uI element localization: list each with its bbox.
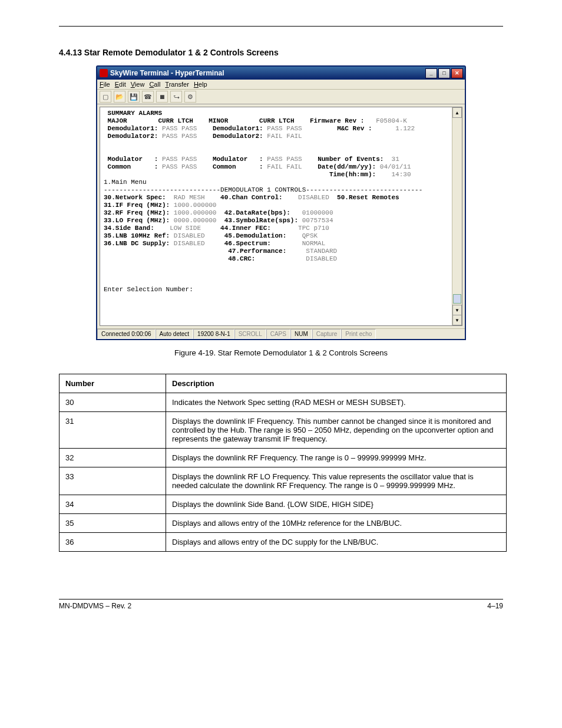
menu-edit[interactable]: Edit	[115, 81, 126, 88]
menu-bar: File Edit View Call Transfer Help	[97, 80, 465, 90]
app-icon	[100, 69, 108, 77]
terminal-text: SUMMARY ALARMS MAJOR CURR LTCH MINOR CUR…	[100, 107, 462, 296]
cell-description: Displays the downlink Side Band. {LOW SI…	[166, 495, 507, 514]
col-number: Number	[59, 374, 166, 393]
toolbar: ▢ 📂 💾 ☎ ⏹ ⮑ ⚙	[97, 90, 465, 104]
menu-call[interactable]: Call	[149, 81, 160, 88]
cell-number: 33	[59, 467, 166, 495]
scroll-down-icon[interactable]: ▼	[452, 305, 462, 315]
table-row: 31Displays the downlink IF Frequency. Th…	[59, 412, 507, 449]
cell-description: Displays the downlink RF Frequency. The …	[166, 449, 507, 467]
col-description: Description	[166, 374, 507, 393]
section-heading: 4.4.13 Star Remote Demodulator 1 & 2 Con…	[59, 48, 503, 57]
cell-number: 31	[59, 412, 166, 449]
figure-caption: Figure 4-19. Star Remote Demodulator 1 &…	[59, 348, 503, 357]
toolbar-open-icon[interactable]: 📂	[114, 91, 125, 103]
table-row: 35Displays and allows entry of the 10MHz…	[59, 514, 507, 533]
cell-description: Displays and allows entry of the 10MHz r…	[166, 514, 507, 533]
scrollbar[interactable]: ▲ ▼ ▼	[452, 107, 462, 325]
footer-left: MN-DMDVMS – Rev. 2	[59, 602, 131, 610]
scroll-up-icon[interactable]: ▲	[452, 107, 462, 118]
minimize-button[interactable]: _	[425, 68, 437, 78]
table-row: 34Displays the downlink Side Band. {LOW …	[59, 495, 507, 514]
toolbar-props-icon[interactable]: ⚙	[184, 91, 196, 103]
status-detect: Auto detect	[156, 329, 194, 339]
titlebar: SkyWire Terminal - HyperTerminal _ □ ✕	[97, 67, 465, 80]
table-row: 30Indicates the Network Spec setting (RA…	[59, 393, 507, 412]
window-title: SkyWire Terminal - HyperTerminal	[110, 69, 224, 77]
cell-description: Displays the downlink IF Frequency. This…	[166, 412, 507, 449]
page-footer: MN-DMDVMS – Rev. 2 4–19	[59, 599, 503, 610]
cell-number: 35	[59, 514, 166, 533]
menu-file[interactable]: File	[100, 81, 110, 88]
scroll-thumb[interactable]	[453, 294, 461, 304]
cell-description: Displays the downlink RF LO Frequency. T…	[166, 467, 507, 495]
toolbar-new-icon[interactable]: ▢	[100, 91, 111, 103]
status-capture: Capture	[312, 329, 342, 339]
hyperterminal-window: SkyWire Terminal - HyperTerminal _ □ ✕ F…	[96, 65, 466, 340]
cell-number: 30	[59, 393, 166, 412]
menu-view[interactable]: View	[131, 81, 145, 88]
scroll-down2-icon[interactable]: ▼	[452, 315, 462, 325]
cell-number: 32	[59, 449, 166, 467]
terminal-area[interactable]: SUMMARY ALARMS MAJOR CURR LTCH MINOR CUR…	[100, 107, 462, 326]
status-num: NUM	[290, 329, 312, 339]
status-scroll: SCROLL	[234, 329, 266, 339]
toolbar-hangup-icon[interactable]: ⏹	[156, 91, 168, 103]
maximize-button[interactable]: □	[438, 68, 450, 78]
status-connected: Connected 0:00:06	[97, 329, 156, 339]
cell-description: Displays and allows entry of the DC supp…	[166, 533, 507, 552]
cell-description: Indicates the Network Spec setting (RAD …	[166, 393, 507, 412]
spec-table: Number Description 30Indicates the Netwo…	[59, 374, 507, 552]
menu-help[interactable]: Help	[194, 81, 207, 88]
status-proto: 19200 8-N-1	[193, 329, 234, 339]
table-row: 32Displays the downlink RF Frequency. Th…	[59, 449, 507, 467]
status-bar: Connected 0:00:06 Auto detect 19200 8-N-…	[97, 328, 465, 339]
close-button[interactable]: ✕	[451, 68, 463, 78]
cell-number: 34	[59, 495, 166, 514]
table-row: 36Displays and allows entry of the DC su…	[59, 533, 507, 552]
cell-number: 36	[59, 533, 166, 552]
table-row: 33Displays the downlink RF LO Frequency.…	[59, 467, 507, 495]
status-printecho: Print echo	[341, 329, 376, 339]
status-caps: CAPS	[266, 329, 290, 339]
menu-transfer[interactable]: Transfer	[165, 81, 189, 88]
toolbar-save-icon[interactable]: 💾	[128, 91, 140, 103]
toolbar-call-icon[interactable]: ☎	[142, 91, 154, 103]
toolbar-send-icon[interactable]: ⮑	[170, 91, 182, 103]
footer-right: 4–19	[487, 602, 503, 610]
